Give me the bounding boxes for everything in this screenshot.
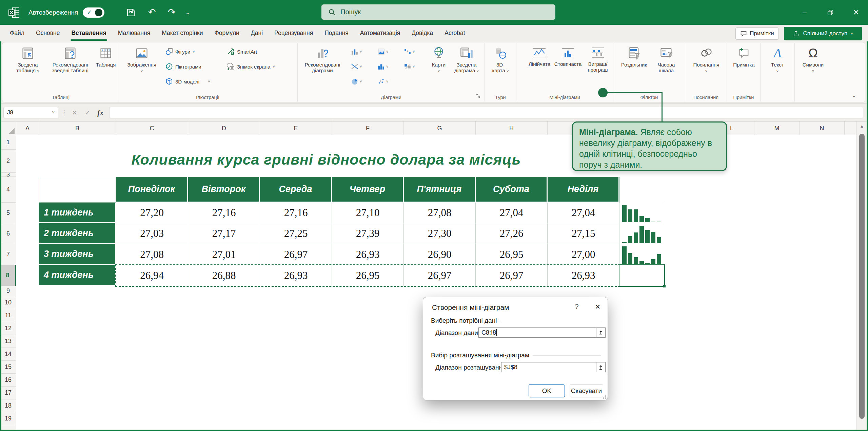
scrollbar-thumb[interactable] [859, 134, 865, 419]
cell-G7[interactable]: 26,90 [404, 244, 476, 265]
cell-C7[interactable]: 27,08 [116, 244, 188, 265]
cell-D5[interactable]: 27,16 [188, 203, 260, 223]
ribbon-tab[interactable]: Acrobat [439, 25, 471, 41]
column-header-B[interactable]: B [39, 121, 116, 135]
insert-hierarchy-chart-button[interactable]: ˅ [404, 63, 415, 70]
table-button[interactable]: Таблиця [94, 43, 118, 68]
3d-models-button[interactable]: 3D-моделі ˅ [165, 78, 210, 85]
insert-scatter-chart-button[interactable]: ˅ [377, 78, 388, 85]
ribbon-tab[interactable]: Подання [319, 25, 354, 41]
shapes-button[interactable]: Фігури ˅ [165, 48, 195, 55]
cell-E7[interactable]: 26,97 [260, 244, 332, 265]
sparkline-cell-J5[interactable] [619, 203, 664, 223]
column-header-M[interactable]: M [754, 121, 800, 135]
timeline-button[interactable]: Часова шкала [651, 43, 681, 73]
row-header-5[interactable]: 5 [0, 203, 16, 223]
row-header-7[interactable]: 7 [0, 244, 16, 265]
column-header-F[interactable]: F [332, 121, 404, 135]
column-header-G[interactable]: G [404, 121, 476, 135]
row-header-15[interactable]: 15 [0, 361, 16, 374]
dialog-help-button[interactable]: ? [572, 303, 582, 311]
cell-I6[interactable]: 27,15 [548, 223, 619, 244]
note-button[interactable]: Примітка [729, 43, 759, 68]
insert-column-chart-button[interactable]: ˅ [351, 48, 362, 55]
row-header-17[interactable]: 17 [0, 387, 16, 399]
ribbon-tab[interactable]: Вставлення [65, 25, 112, 41]
cell-C4[interactable]: Понеділок [116, 177, 187, 202]
cell-H6[interactable]: 27,26 [476, 223, 548, 244]
cell-F7[interactable]: 26,93 [332, 244, 404, 265]
recommended-pivot-tables-button[interactable]: Рекомендовані зведені таблиці [46, 43, 94, 73]
insert-line-chart-button[interactable]: ˅ [351, 63, 362, 70]
cell-I7[interactable]: 27,00 [548, 244, 619, 265]
ribbon-tab[interactable]: Основне [30, 25, 65, 41]
ribbon-tab[interactable]: Рецензування [269, 25, 319, 41]
ribbon-tab[interactable]: Автоматизація [354, 25, 406, 41]
insert-waterfall-chart-button[interactable]: ˅ [404, 48, 415, 55]
close-button[interactable]: ✕ [845, 0, 867, 25]
column-header-C[interactable]: C [116, 121, 188, 135]
insert-area-chart-button[interactable]: ˅ [377, 48, 388, 55]
cell-I5[interactable]: 27,04 [548, 203, 619, 223]
3d-map-button[interactable]: 3D- карта ˅ [488, 43, 513, 73]
screenshot-button[interactable]: Знімок екрана ˅ [227, 63, 275, 70]
active-cell-J8[interactable] [619, 264, 665, 287]
cell-C5[interactable]: 27,20 [116, 203, 188, 223]
share-button[interactable]: Спільний доступ ˅ [784, 27, 862, 40]
link-button[interactable]: Посилання ˅ [690, 43, 723, 73]
scroll-up-icon[interactable]: ▲ [857, 124, 867, 129]
cell-B4[interactable] [39, 177, 116, 203]
cell-B7[interactable]: 3 тиждень [39, 244, 115, 264]
sparkline-cell-J6[interactable] [619, 223, 664, 244]
ok-button[interactable]: OK [529, 384, 565, 397]
row-header-2[interactable]: 2 [0, 150, 16, 173]
ribbon-tab[interactable]: Малювання [112, 25, 156, 41]
cell-G6[interactable]: 27,30 [404, 223, 476, 244]
minimize-button[interactable]: – [793, 0, 816, 25]
data-range-input[interactable]: C8:I8 [478, 327, 596, 338]
row-header-4[interactable]: 4 [0, 177, 16, 203]
row-header-18[interactable]: 18 [0, 399, 16, 412]
slicer-button[interactable]: Роздільник [618, 43, 650, 68]
ribbon-tab[interactable]: Формули [209, 25, 245, 41]
redo-button[interactable]: ↷ [165, 6, 178, 19]
cell-E6[interactable]: 27,25 [260, 223, 332, 244]
formula-input[interactable] [109, 107, 863, 118]
insert-histogram-chart-button[interactable]: ˅ [377, 63, 388, 70]
symbols-button[interactable]: Ω Символи ˅ [800, 43, 827, 73]
cell-D7[interactable]: 27,01 [188, 244, 260, 265]
icons-button[interactable]: Піктограми [165, 63, 201, 70]
sparkline-line-button[interactable]: Лінійчата [525, 43, 554, 67]
search-box[interactable]: Пошук [321, 4, 555, 20]
row-header-14[interactable]: 14 [0, 348, 16, 361]
undo-button[interactable]: ↶ [146, 6, 158, 19]
cell-H5[interactable]: 27,04 [476, 203, 548, 223]
autosave-toggle[interactable]: ✓ [83, 7, 104, 18]
vertical-scrollbar[interactable]: ▲ [856, 121, 867, 430]
pivot-chart-button[interactable]: Зведена діаграма ˅ [452, 43, 481, 73]
dialog-close-button[interactable]: ✕ [593, 303, 603, 311]
quick-access-more-button[interactable]: ⌄ [183, 6, 192, 19]
sparkline-cell-J7[interactable] [619, 244, 664, 265]
data-range-picker-button[interactable] [596, 327, 606, 338]
cell-E5[interactable]: 27,16 [260, 203, 332, 223]
cell-G5[interactable]: 27,08 [404, 203, 476, 223]
cell-H7[interactable]: 26,95 [476, 244, 548, 265]
name-box[interactable]: J8 ˅ [3, 107, 58, 118]
pivot-table-button[interactable]: Зведена таблиця ˅ [9, 43, 46, 73]
row-header-11[interactable]: 11 [0, 309, 16, 322]
column-header-D[interactable]: D [188, 121, 260, 135]
ribbon-tab[interactable]: Файл [4, 25, 30, 41]
row-header-19[interactable]: 19 [0, 412, 16, 425]
row-header-10[interactable]: 10 [0, 296, 16, 309]
column-header-H[interactable]: H [476, 121, 548, 135]
notes-button[interactable]: Примітки [735, 27, 779, 40]
sparkline-winloss-button[interactable]: Виграш/ програш [584, 43, 612, 73]
smartart-button[interactable]: SmartArt [227, 48, 257, 55]
location-range-picker-button[interactable] [596, 362, 606, 372]
select-all-corner[interactable] [0, 121, 16, 135]
cancel-button[interactable]: Скасувати [570, 384, 603, 397]
enter-entry-button[interactable]: ✓ [82, 108, 93, 118]
column-header-E[interactable]: E [260, 121, 332, 135]
cell-F6[interactable]: 27,39 [332, 223, 404, 244]
